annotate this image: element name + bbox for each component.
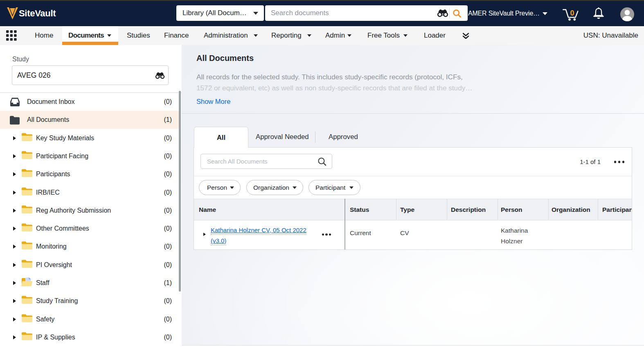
svg-text:0: 0: [570, 9, 574, 17]
